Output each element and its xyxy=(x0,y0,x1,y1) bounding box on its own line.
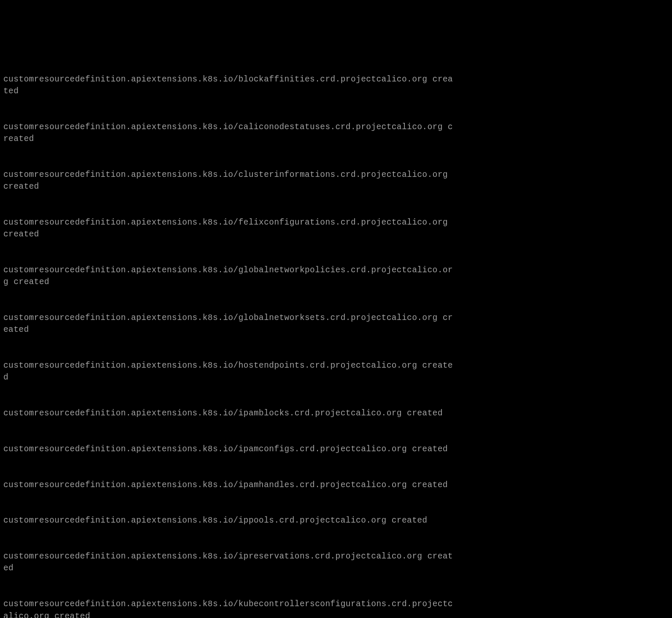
output-line: customresourcedefinition.apiextensions.k… xyxy=(3,443,454,455)
output-line: customresourcedefinition.apiextensions.k… xyxy=(3,550,454,575)
output-line: customresourcedefinition.apiextensions.k… xyxy=(3,312,454,336)
output-line: customresourcedefinition.apiextensions.k… xyxy=(3,217,454,241)
output-line: customresourcedefinition.apiextensions.k… xyxy=(3,479,454,491)
output-line: customresourcedefinition.apiextensions.k… xyxy=(3,515,454,526)
output-line: customresourcedefinition.apiextensions.k… xyxy=(3,360,454,384)
output-line: customresourcedefinition.apiextensions.k… xyxy=(3,73,454,98)
output-line: customresourcedefinition.apiextensions.k… xyxy=(3,598,454,618)
output-line: customresourcedefinition.apiextensions.k… xyxy=(3,121,454,145)
output-line: customresourcedefinition.apiextensions.k… xyxy=(3,264,454,288)
terminal-output: customresourcedefinition.apiextensions.k… xyxy=(3,49,454,618)
output-line: customresourcedefinition.apiextensions.k… xyxy=(3,407,454,419)
output-line: customresourcedefinition.apiextensions.k… xyxy=(3,169,454,193)
